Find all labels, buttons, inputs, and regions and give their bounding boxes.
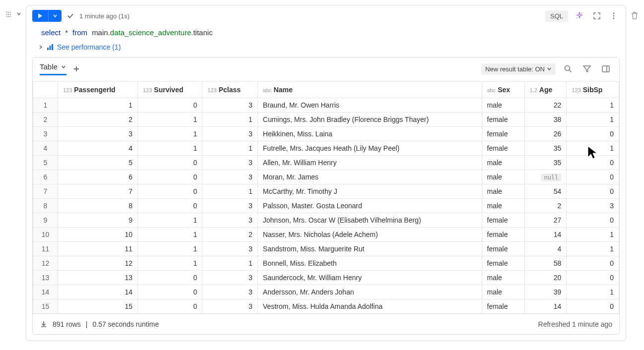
column-header[interactable]: 123PassengerId	[58, 82, 138, 98]
table-cell[interactable]: 0	[567, 299, 619, 314]
table-cell[interactable]: 12	[58, 256, 138, 271]
table-cell[interactable]: female	[482, 141, 524, 156]
table-cell[interactable]: Bonnell, Miss. Elizabeth	[258, 256, 482, 271]
table-cell[interactable]: Heikkinen, Miss. Laina	[258, 127, 482, 141]
table-cell[interactable]: 22	[524, 98, 567, 113]
table-cell[interactable]: male	[482, 156, 524, 170]
table-cell[interactable]: 0	[137, 271, 202, 285]
table-cell[interactable]: 3	[202, 170, 258, 184]
table-cell[interactable]: 0	[137, 156, 202, 170]
table-cell[interactable]: McCarthy, Mr. Timothy J	[258, 184, 482, 199]
table-row[interactable]: 131303Saundercock, Mr. William Henrymale…	[33, 271, 619, 285]
table-cell[interactable]: female	[482, 228, 524, 242]
add-tab-button[interactable]	[72, 65, 80, 73]
sparkle-icon[interactable]	[573, 9, 586, 22]
table-cell[interactable]: Palsson, Master. Gosta Leonard	[258, 199, 482, 213]
table-cell[interactable]: 0	[137, 170, 202, 184]
table-cell[interactable]: 1	[567, 228, 619, 242]
table-cell[interactable]: 1	[202, 184, 258, 199]
table-row[interactable]: 101012Nasser, Mrs. Nicholas (Adele Achem…	[33, 228, 619, 242]
table-cell[interactable]: 14	[524, 228, 567, 242]
table-cell[interactable]: 0	[137, 184, 202, 199]
table-cell[interactable]: female	[482, 213, 524, 228]
table-cell[interactable]: 6	[58, 170, 138, 184]
table-cell[interactable]: 3	[202, 156, 258, 170]
table-cell[interactable]: 26	[524, 127, 567, 141]
row-number-header[interactable]	[33, 82, 58, 98]
table-cell[interactable]: 1	[567, 113, 619, 127]
row-number-cell[interactable]: 12	[33, 256, 58, 271]
table-cell[interactable]: 9	[58, 213, 138, 228]
row-number-cell[interactable]: 3	[33, 127, 58, 141]
row-number-cell[interactable]: 11	[33, 242, 58, 256]
table-cell[interactable]: 2	[524, 199, 567, 213]
delete-cell-icon[interactable]	[630, 5, 639, 20]
table-cell[interactable]: 3	[567, 199, 619, 213]
table-cell[interactable]: 1	[567, 141, 619, 156]
tab-table[interactable]: Table	[40, 62, 66, 75]
table-cell[interactable]: 15	[58, 299, 138, 314]
table-row[interactable]: 6603Moran, Mr. Jamesmalenull0	[33, 170, 619, 184]
table-cell[interactable]: 3	[202, 213, 258, 228]
sidebar-toggle-icon[interactable]	[599, 62, 612, 75]
column-header[interactable]: 123Pclass	[202, 82, 258, 98]
table-cell[interactable]: 1	[137, 127, 202, 141]
table-cell[interactable]: 1	[137, 256, 202, 271]
table-row[interactable]: 141403Andersson, Mr. Anders Johanmale391	[33, 285, 619, 299]
table-cell[interactable]: 35	[524, 141, 567, 156]
row-number-cell[interactable]: 6	[33, 170, 58, 184]
collapse-arrow-icon[interactable]	[16, 5, 22, 17]
table-cell[interactable]: 1	[567, 242, 619, 256]
table-cell[interactable]: 35	[524, 156, 567, 170]
download-icon[interactable]	[40, 320, 48, 328]
column-header[interactable]: 123Survived	[137, 82, 202, 98]
table-cell[interactable]: 0	[567, 127, 619, 141]
table-cell[interactable]: 0	[567, 256, 619, 271]
table-cell[interactable]: 14	[524, 299, 567, 314]
table-cell[interactable]: female	[482, 299, 524, 314]
table-row[interactable]: 4411Futrelle, Mrs. Jacques Heath (Lily M…	[33, 141, 619, 156]
table-row[interactable]: 121211Bonnell, Miss. Elizabethfemale580	[33, 256, 619, 271]
table-cell[interactable]: 4	[58, 141, 138, 156]
table-cell[interactable]: 3	[202, 199, 258, 213]
expand-chevron-icon[interactable]	[38, 45, 43, 50]
table-cell[interactable]: 39	[524, 285, 567, 299]
column-header[interactable]: abcSex	[482, 82, 524, 98]
table-cell[interactable]: 1	[137, 228, 202, 242]
table-cell[interactable]: 0	[567, 184, 619, 199]
table-cell[interactable]: 2	[58, 113, 138, 127]
row-number-cell[interactable]: 10	[33, 228, 58, 242]
row-number-cell[interactable]: 1	[33, 98, 58, 113]
table-row[interactable]: 151503Vestrom, Miss. Hulda Amanda Adolfi…	[33, 299, 619, 314]
table-cell[interactable]: 0	[137, 199, 202, 213]
table-cell[interactable]: Saundercock, Mr. William Henry	[258, 271, 482, 285]
code-editor[interactable]: select * from main.data_science_adventur…	[26, 26, 626, 41]
table-cell[interactable]: male	[482, 285, 524, 299]
table-cell[interactable]: 10	[58, 228, 138, 242]
table-cell[interactable]: 3	[202, 285, 258, 299]
table-cell[interactable]: female	[482, 113, 524, 127]
table-cell[interactable]: null	[524, 170, 567, 184]
table-cell[interactable]: 3	[202, 98, 258, 113]
table-cell[interactable]: male	[482, 98, 524, 113]
language-badge[interactable]: SQL	[545, 10, 568, 22]
search-icon[interactable]	[562, 62, 575, 75]
table-cell[interactable]: 1	[58, 98, 138, 113]
table-row[interactable]: 7701McCarthy, Mr. Timothy Jmale540	[33, 184, 619, 199]
table-cell[interactable]: 1	[202, 256, 258, 271]
table-cell[interactable]: Nasser, Mrs. Nicholas (Adele Achem)	[258, 228, 482, 242]
table-cell[interactable]: 5	[58, 156, 138, 170]
table-cell[interactable]: 0	[137, 98, 202, 113]
table-cell[interactable]: Sandstrom, Miss. Marguerite Rut	[258, 242, 482, 256]
table-cell[interactable]: Cumings, Mrs. John Bradley (Florence Bri…	[258, 113, 482, 127]
table-cell[interactable]: 0	[567, 170, 619, 184]
table-cell[interactable]: 1	[137, 113, 202, 127]
table-cell[interactable]: 0	[567, 213, 619, 228]
filter-icon[interactable]	[580, 62, 593, 75]
table-cell[interactable]: 14	[58, 285, 138, 299]
table-cell[interactable]: 58	[524, 256, 567, 271]
column-header[interactable]: abcName	[258, 82, 482, 98]
row-number-cell[interactable]: 7	[33, 184, 58, 199]
column-header[interactable]: 1.2Age	[524, 82, 567, 98]
table-cell[interactable]: 27	[524, 213, 567, 228]
